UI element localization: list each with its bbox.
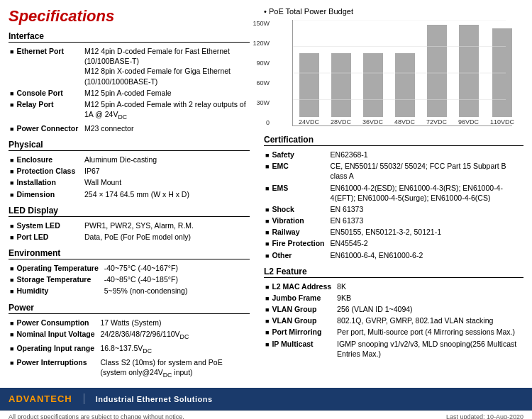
- row-label: Safety: [272, 150, 294, 160]
- bullet-icon: ■: [10, 330, 13, 339]
- bullet-icon: ■: [265, 151, 269, 160]
- table-row: ■Jumbo Frame 9KB: [264, 292, 523, 303]
- row-value: M12 4pin D-coded Female for Fast Etherne…: [83, 45, 250, 87]
- table-row: ■Operating Input range 16.8~137.5VDC: [9, 342, 250, 357]
- row-label: Jumbo Frame: [272, 293, 321, 303]
- bullet-icon: ■: [10, 156, 13, 164]
- row-value: 256 (VLAN ID 1~4094): [336, 303, 523, 315]
- row-label: Shock: [272, 204, 294, 214]
- row-value: PWR1, PWR2, SYS, Alarm, R.M.: [83, 220, 250, 231]
- row-value: EN61000-4-2(ESD); EN61000-4-3(RS); EN610…: [329, 182, 523, 203]
- bullet-icon: ■: [265, 240, 269, 248]
- bullet-icon: ■: [265, 317, 269, 325]
- footer-bottom: All product specifications are subject t…: [0, 410, 532, 419]
- row-label: Nominal Input Voltage: [16, 329, 94, 339]
- row-label: Power Interruptions: [16, 357, 87, 367]
- row-value: Per port, Multi-source port (4 Mirroring…: [336, 326, 523, 337]
- table-row: ■System LED PWR1, PWR2, SYS, Alarm, R.M.: [9, 220, 250, 231]
- table-row: ■Dimension 254 × 174 64.5 mm (W x H x D): [9, 189, 250, 200]
- right-column: PoE Total Power Budget 0 30W 60W 90W 120…: [264, 7, 523, 381]
- bar-group-24vdc: 24VDC: [299, 53, 319, 125]
- logo-suffix: ANTECH: [30, 393, 72, 404]
- section-led: LED Display: [9, 206, 250, 217]
- interface-table: ■Ethernet Port M12 4pin D-coded Female f…: [9, 45, 250, 134]
- table-row: ■Port Mirroring Per port, Multi-source p…: [264, 326, 523, 337]
- row-label: Railway: [272, 227, 299, 237]
- bar-label-110vdc: 110VDC: [490, 118, 514, 125]
- table-row: ■Console Port M12 5pin A-coded Female: [9, 87, 250, 99]
- table-row: ■Shock EN 61373: [264, 203, 523, 215]
- y-label: 60W: [250, 79, 270, 86]
- row-value: IGMP snooping v1/v2/v3, MLD snooping(256…: [336, 338, 523, 359]
- section-power: Power: [9, 303, 250, 314]
- chart-wrapper: 0 30W 60W 90W 120W 150W: [271, 20, 523, 126]
- row-label: Fire Protection: [272, 238, 324, 248]
- row-label: Relay Port: [16, 99, 53, 109]
- row-value: IP67: [83, 165, 250, 177]
- bullet-icon: ■: [10, 167, 13, 176]
- row-label: Port Mirroring: [272, 327, 321, 337]
- bar-group-110vdc: 110VDC: [490, 28, 514, 125]
- table-row: ■Port LED Data, PoE (For PoE model only): [9, 231, 250, 242]
- chart-container: 24VDC 28VDC 36VDC 48VDC: [292, 20, 512, 126]
- bullet-icon: ■: [10, 89, 13, 98]
- environment-table: ■Operating Temperature -40~75°C (-40~167…: [9, 262, 250, 297]
- main-content: Specifications Interface ■Ethernet Port …: [0, 0, 532, 381]
- power-table: ■Power Consumption 17 Watts (System) ■No…: [9, 317, 250, 381]
- row-label: Power Connector: [16, 123, 78, 133]
- table-row: ■Power Consumption 17 Watts (System): [9, 317, 250, 328]
- table-row: ■Enclosure Aluminum Die-casting: [9, 154, 250, 165]
- table-row: ■Vibration EN 61373: [264, 215, 523, 226]
- section-physical: Physical: [9, 140, 250, 151]
- bar-label-48vdc: 48VDC: [394, 118, 415, 125]
- bullet-icon: ■: [265, 217, 269, 225]
- row-value: 254 × 174 64.5 mm (W x H x D): [83, 189, 250, 200]
- row-label: IP Multicast: [272, 339, 313, 349]
- bullet-icon: ■: [10, 191, 13, 199]
- bullet-icon: ■: [265, 328, 269, 337]
- physical-table: ■Enclosure Aluminum Die-casting ■Protect…: [9, 154, 250, 200]
- row-label: Console Port: [16, 88, 62, 98]
- row-label: L2 MAC Address: [272, 281, 331, 291]
- bar-28vdc: [331, 53, 351, 117]
- l2-table: ■L2 MAC Address 8K ■Jumbo Frame 9KB ■VLA…: [264, 281, 523, 359]
- row-label: Operating Input range: [16, 343, 94, 353]
- bar-label-24vdc: 24VDC: [299, 118, 319, 125]
- bar-24vdc: [299, 53, 319, 117]
- bullet-icon: ■: [10, 264, 13, 273]
- row-value: CE, EN55011/ 55032/ 55024; FCC Part 15 S…: [329, 160, 523, 181]
- bar-group-72vdc: 72VDC: [426, 25, 447, 125]
- row-value: 5~95% (non-condensing): [103, 285, 250, 296]
- bar-36vdc: [363, 53, 383, 117]
- table-row: ■IP Multicast IGMP snooping v1/v2/v3, ML…: [264, 338, 523, 359]
- bar-group-28vdc: 28VDC: [331, 53, 351, 125]
- bullet-icon: ■: [10, 222, 13, 230]
- row-label: EMC: [272, 161, 288, 171]
- row-value: EN45545-2: [329, 238, 523, 249]
- row-label: Protection Class: [16, 166, 75, 176]
- row-label: Installation: [16, 177, 55, 187]
- table-row: ■Railway EN50155, EN50121-3-2, 50121-1: [264, 226, 523, 238]
- row-value: 17 Watts (System): [99, 317, 250, 328]
- footer-logo: ADVANTECH: [9, 393, 84, 404]
- bullet-icon: ■: [265, 252, 269, 260]
- row-value: EN 61373: [329, 215, 523, 226]
- row-label: VLAN Group: [272, 315, 316, 325]
- bar-group-48vdc: 48VDC: [394, 53, 415, 125]
- table-row: ■Storage Temperature -40~85°C (-40~185°F…: [9, 274, 250, 285]
- row-value: 24/28/36/48/72/96/110VDC: [99, 328, 250, 342]
- bullet-icon: ■: [10, 48, 13, 56]
- table-row: ■Ethernet Port M12 4pin D-coded Female f…: [9, 45, 250, 87]
- y-label: 90W: [250, 60, 270, 67]
- section-l2: L2 Feature: [264, 267, 523, 278]
- bar-72vdc: [427, 25, 447, 117]
- table-row: ■L2 MAC Address 8K: [264, 281, 523, 292]
- row-label: Vibration: [272, 216, 304, 225]
- row-value: -40~75°C (-40~167°F): [103, 262, 250, 274]
- bullet-icon: ■: [10, 287, 13, 296]
- bar-96vdc: [459, 25, 479, 117]
- certification-table: ■Safety EN62368-1 ■EMC CE, EN55011/ 5503…: [264, 149, 523, 261]
- bullet-icon: ■: [265, 206, 269, 214]
- bullet-icon: ■: [10, 359, 13, 367]
- row-label: Storage Temperature: [16, 274, 91, 284]
